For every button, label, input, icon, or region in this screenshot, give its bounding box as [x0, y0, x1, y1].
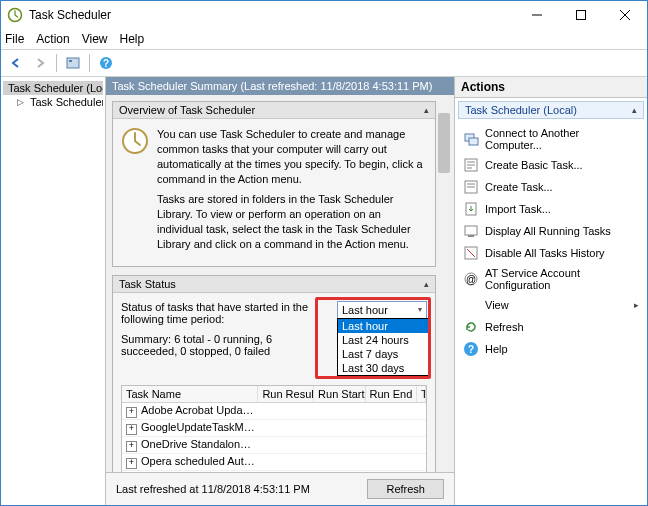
collapse-icon[interactable]: ▴: [424, 105, 429, 115]
status-grid-header: Task Name Run Result Run Start Run End T…: [122, 386, 426, 403]
svg-rect-3: [69, 60, 72, 62]
svg-rect-10: [469, 138, 478, 145]
svg-rect-15: [468, 235, 474, 237]
period-combo-wrap: Last hour ▾ Last hour Last 24 hours Last…: [337, 301, 427, 319]
window-title: Task Scheduler: [29, 8, 515, 22]
forward-button[interactable]: [29, 52, 51, 74]
table-row[interactable]: +Adobe Acrobat Update Task (la...: [122, 403, 426, 420]
scrollbar[interactable]: [437, 95, 451, 472]
menu-file[interactable]: File: [5, 32, 24, 46]
help-button[interactable]: ?: [95, 52, 117, 74]
expand-icon[interactable]: +: [126, 424, 137, 435]
footer-text: Last refreshed at 11/8/2018 4:53:11 PM: [116, 483, 310, 495]
footer: Last refreshed at 11/8/2018 4:53:11 PM R…: [106, 472, 454, 505]
chevron-down-icon: ▾: [418, 305, 422, 314]
svg-rect-2: [67, 58, 79, 68]
basic-icon: [463, 157, 479, 173]
actions-list: Connect to Another Computer...Create Bas…: [455, 122, 647, 362]
action-task[interactable]: Create Task...: [459, 176, 643, 198]
actions-pane: Actions Task Scheduler (Local) ▴ Connect…: [454, 77, 647, 505]
display-icon: [463, 223, 479, 239]
import-icon: [463, 201, 479, 217]
disable-icon: [463, 245, 479, 261]
menu-action[interactable]: Action: [36, 32, 69, 46]
overview-body: You can use Task Scheduler to create and…: [113, 119, 435, 266]
toolbar: ?: [1, 50, 647, 77]
dropdown-option[interactable]: Last 30 days: [338, 361, 428, 375]
status-grid-body: +Adobe Acrobat Update Task (la...+Google…: [122, 403, 426, 472]
action-help[interactable]: ?Help: [459, 338, 643, 360]
dropdown-option[interactable]: Last 7 days: [338, 347, 428, 361]
titlebar: Task Scheduler: [1, 1, 647, 29]
action-at[interactable]: @AT Service Account Configuration: [459, 264, 643, 294]
action-connect[interactable]: Connect to Another Computer...: [459, 124, 643, 154]
status-grid: Task Name Run Result Run Start Run End T…: [121, 385, 427, 472]
expand-icon[interactable]: +: [126, 458, 137, 469]
collapse-icon[interactable]: ▴: [424, 279, 429, 289]
table-row[interactable]: +Opera scheduled Autoupdate 1...: [122, 454, 426, 471]
refresh-button[interactable]: Refresh: [367, 479, 444, 499]
toolbar-icon[interactable]: [62, 52, 84, 74]
svg-text:?: ?: [103, 58, 109, 69]
task-icon: [463, 179, 479, 195]
dropdown-option[interactable]: Last hour: [338, 319, 428, 333]
refresh-icon: [463, 319, 479, 335]
window-buttons: [515, 1, 647, 29]
svg-text:?: ?: [468, 344, 474, 355]
action-import[interactable]: Import Task...: [459, 198, 643, 220]
task-status-section: Task Status ▴ Status of tasks that have …: [112, 275, 436, 472]
svg-rect-1: [577, 11, 586, 20]
tree-pane[interactable]: Task Scheduler (Local) ▷ Task Scheduler …: [1, 77, 106, 505]
table-row[interactable]: +Schedule Scan (last run succee...: [122, 471, 426, 472]
back-button[interactable]: [5, 52, 27, 74]
action-display[interactable]: Display All Running Tasks: [459, 220, 643, 242]
task-status-body: Status of tasks that have started in the…: [113, 293, 435, 472]
menu-view[interactable]: View: [82, 32, 108, 46]
table-row[interactable]: +OneDrive Standalone Update Ta...: [122, 437, 426, 454]
tree-root[interactable]: Task Scheduler (Local): [3, 81, 103, 95]
svg-rect-14: [465, 226, 477, 235]
view-icon: [463, 297, 479, 313]
menubar: File Action View Help: [1, 29, 647, 50]
expand-icon[interactable]: +: [126, 441, 137, 452]
overview-header[interactable]: Overview of Task Scheduler ▴: [113, 102, 435, 119]
action-basic[interactable]: Create Basic Task...: [459, 154, 643, 176]
dropdown-option[interactable]: Last 24 hours: [338, 333, 428, 347]
status-period-label: Status of tasks that have started in the…: [121, 301, 329, 325]
app-window: Task Scheduler File Action View Help ? T…: [0, 0, 648, 506]
minimize-button[interactable]: [515, 1, 559, 29]
expand-icon[interactable]: +: [126, 407, 137, 418]
main-pane: Task Scheduler Summary (Last refreshed: …: [106, 77, 454, 505]
svg-text:@: @: [466, 274, 476, 285]
status-summary: Summary: 6 total - 0 running, 6 succeede…: [121, 333, 329, 357]
summary-header: Task Scheduler Summary (Last refreshed: …: [106, 77, 454, 95]
chevron-right-icon: ▸: [634, 300, 639, 310]
app-icon: [7, 7, 23, 23]
action-view[interactable]: View▸: [459, 294, 643, 316]
at-icon: @: [463, 271, 479, 287]
tree-library[interactable]: ▷ Task Scheduler Library: [15, 95, 103, 109]
action-refresh[interactable]: Refresh: [459, 316, 643, 338]
table-row[interactable]: +GoogleUpdateTaskMachineCor...: [122, 420, 426, 437]
actions-subheader[interactable]: Task Scheduler (Local) ▴: [458, 101, 644, 119]
actions-header: Actions: [455, 77, 647, 98]
overview-section: Overview of Task Scheduler ▴ You can use…: [112, 101, 436, 267]
menu-help[interactable]: Help: [120, 32, 145, 46]
help-icon: ?: [463, 341, 479, 357]
maximize-button[interactable]: [559, 1, 603, 29]
main-scroll: Overview of Task Scheduler ▴ You can use…: [106, 95, 454, 472]
connect-icon: [463, 131, 479, 147]
period-combo[interactable]: Last hour ▾: [337, 301, 427, 319]
collapse-icon: ▴: [632, 105, 637, 115]
body: Task Scheduler (Local) ▷ Task Scheduler …: [1, 77, 647, 505]
clock-icon: [121, 127, 149, 155]
period-dropdown: Last hour Last 24 hours Last 7 days Last…: [337, 318, 429, 376]
chevron-right-icon: ▷: [17, 97, 24, 107]
task-status-header[interactable]: Task Status ▴: [113, 276, 435, 293]
close-button[interactable]: [603, 1, 647, 29]
action-disable[interactable]: Disable All Tasks History: [459, 242, 643, 264]
